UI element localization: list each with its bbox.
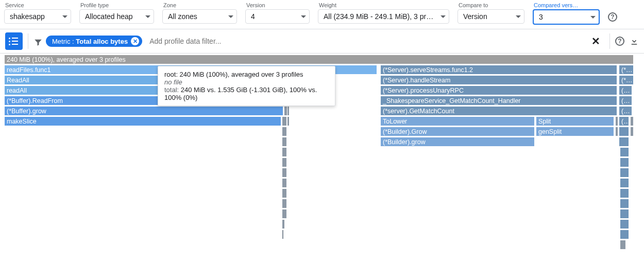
list-icon	[10, 38, 18, 45]
filter-profile-type-label: Profile type	[79, 2, 154, 8]
flame-frame[interactable]	[282, 209, 287, 219]
filter-compare-to-label: Compare to	[457, 2, 524, 8]
caret-icon	[145, 15, 150, 18]
filter-zone-value: All zones	[168, 12, 197, 21]
clear-filter-button[interactable]: ✕	[587, 33, 604, 49]
divider	[609, 33, 610, 49]
flame-frame[interactable]: Split	[536, 116, 614, 126]
filter-zone-dropdown[interactable]: All zones	[162, 9, 237, 24]
caret-icon	[301, 15, 306, 18]
flame-frame[interactable]: (*Builder).grow	[380, 137, 535, 147]
flame-frame[interactable]	[619, 127, 629, 136]
flame-frame[interactable]	[630, 116, 634, 126]
filter-zone: Zone All zones	[162, 2, 237, 24]
flame-frame[interactable]	[282, 137, 287, 147]
flame-frame[interactable]	[620, 178, 629, 188]
filter-version: Version 4	[245, 2, 310, 24]
caret-icon	[590, 16, 596, 19]
caret-icon	[516, 15, 521, 18]
flame-frame[interactable]	[282, 199, 287, 208]
flame-frame[interactable]	[282, 219, 285, 229]
caret-icon	[440, 15, 446, 18]
filter-weight: Weight All (234.9 MiB - 249.1 MiB), 3 pr…	[318, 2, 449, 24]
close-icon[interactable]: ✕	[131, 37, 139, 45]
filters-row: Service shakesapp Profile type Allocated…	[0, 0, 644, 29]
filter-version-value: 4	[251, 12, 255, 21]
flame-frame[interactable]: (*Server).processUnaryRPC	[380, 85, 617, 95]
flame-frame[interactable]	[282, 157, 287, 167]
flame-frame[interactable]	[620, 199, 629, 208]
flame-frame[interactable]: (*Builder).Grow	[380, 127, 535, 136]
flame-frame[interactable]: (…	[619, 96, 632, 106]
filter-compare-to: Compare to Version	[457, 2, 524, 24]
filter-service-dropdown[interactable]: shakesapp	[4, 9, 71, 24]
filter-weight-label: Weight	[318, 2, 449, 8]
filter-profile-type: Profile type Allocated heap	[79, 2, 154, 24]
help-icon[interactable]: ?	[608, 12, 617, 22]
toolbar: Metric : Total alloc bytes ✕ ✕ ?	[0, 29, 644, 54]
filter-version-label: Version	[245, 2, 310, 8]
flame-frame[interactable]: (*server).GetMatchCount	[380, 106, 617, 116]
flame-frame[interactable]	[620, 219, 629, 229]
flame-frame[interactable]: ToLower	[380, 116, 535, 126]
view-list-button[interactable]	[5, 32, 23, 50]
flame-tooltip: root: 240 MiB (100%), averaged over 3 pr…	[158, 66, 335, 106]
flame-frame[interactable]	[620, 240, 626, 250]
flame-frame[interactable]: (*Server).handleStream	[380, 75, 617, 85]
filter-service: Service shakesapp	[4, 2, 71, 24]
filter-compared-version-label: Compared vers…	[533, 2, 600, 8]
flame-frame[interactable]: (*Buffer).grow	[4, 106, 283, 116]
filter-zone-label: Zone	[162, 2, 237, 8]
filter-compared-version-value: 3	[539, 13, 543, 21]
tooltip-line1: root: 240 MiB (100%), averaged over 3 pr…	[164, 71, 329, 78]
flame-frame[interactable]	[630, 127, 634, 136]
help-icon[interactable]: ?	[615, 37, 624, 46]
flame-frame[interactable]: (…	[619, 85, 632, 95]
divider	[28, 33, 28, 49]
metric-chip[interactable]: Metric : Total alloc bytes ✕	[46, 36, 142, 47]
flame-frame[interactable]	[620, 209, 629, 219]
flame-frame[interactable]: (*h…	[619, 65, 634, 75]
flame-frame[interactable]: (…	[619, 116, 629, 126]
flame-frame[interactable]	[282, 116, 287, 126]
caret-icon	[62, 15, 67, 18]
filter-profile-type-value: Allocated heap	[85, 12, 133, 21]
flame-frame[interactable]	[282, 230, 284, 239]
flame-frame[interactable]	[287, 116, 290, 126]
flame-frame[interactable]	[287, 106, 290, 116]
flame-frame[interactable]	[620, 147, 629, 157]
filter-profile-type-dropdown[interactable]: Allocated heap	[79, 9, 154, 24]
filter-input[interactable]	[147, 34, 582, 48]
tooltip-line3: total: 240 MiB vs. 1.535 GiB (-1.301 GiB…	[164, 86, 329, 101]
flame-frame[interactable]	[282, 168, 287, 178]
flame-frame[interactable]	[282, 178, 287, 188]
flame-root[interactable]: 240 MiB (100%), averaged over 3 profiles	[4, 55, 634, 64]
flame-frame[interactable]: (*h…	[619, 75, 634, 85]
flame-frame[interactable]: makeSlice	[4, 116, 281, 126]
flame-frame[interactable]: genSplit	[536, 127, 614, 136]
flame-frame[interactable]	[615, 127, 618, 136]
flame-frame[interactable]	[620, 188, 629, 198]
filter-compare-to-value: Version	[463, 12, 487, 21]
filter-compared-version: Compared vers… 3	[533, 2, 600, 25]
filter-compared-version-dropdown[interactable]: 3	[533, 9, 600, 25]
flame-frame[interactable]	[282, 147, 287, 157]
flame-frame[interactable]	[619, 137, 629, 147]
flame-frame[interactable]: (…	[619, 106, 632, 116]
flame-frame[interactable]	[620, 230, 629, 239]
flame-frame[interactable]	[620, 168, 629, 178]
flame-frame[interactable]	[282, 188, 287, 198]
download-icon[interactable]	[630, 37, 639, 46]
tooltip-line2: no file	[164, 78, 329, 86]
flame-frame[interactable]: (*Server).serveStreams.func1.2	[380, 65, 617, 75]
flame-graph[interactable]: 240 MiB (100%), averaged over 3 profiles…	[4, 55, 640, 250]
flame-frame[interactable]: _ShakespeareService_GetMatchCount_Handle…	[380, 96, 617, 106]
flame-frame[interactable]	[620, 157, 629, 167]
flame-frame[interactable]	[615, 116, 618, 126]
metric-chip-label: Metric : Total alloc bytes	[52, 38, 128, 45]
filter-version-dropdown[interactable]: 4	[245, 9, 310, 24]
filter-icon[interactable]	[33, 38, 41, 45]
flame-frame[interactable]	[282, 127, 287, 136]
filter-compare-to-dropdown[interactable]: Version	[457, 9, 524, 24]
filter-weight-dropdown[interactable]: All (234.9 MiB - 249.1 MiB), 3 profiles	[318, 9, 449, 24]
